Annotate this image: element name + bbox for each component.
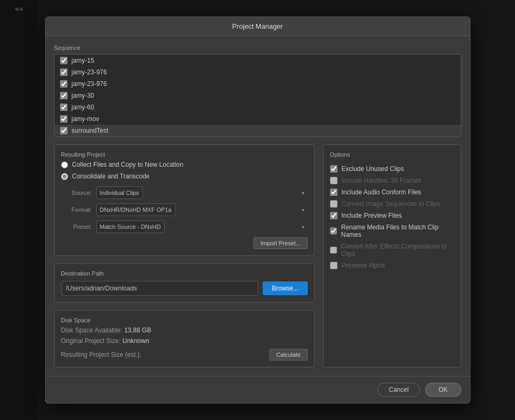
consolidate-radio[interactable] (61, 173, 68, 180)
preset-select[interactable]: Match Source - DNxHD (96, 220, 165, 233)
sequence-list[interactable]: jamy-15jamy-23-976jamy-23-976jamy-30jamy… (54, 54, 461, 137)
disk-original-label: Original Project Size: (61, 337, 121, 345)
destination-section: Destination Path Browse... (54, 263, 315, 303)
option-item: Preserve Alpha (330, 260, 454, 271)
option-label: Convert Image Sequences to Clips (342, 200, 440, 208)
source-select[interactable]: Individual Clips (96, 186, 143, 199)
sequence-name: jamy-30 (72, 92, 95, 99)
option-item[interactable]: Include Preview Files (330, 210, 454, 221)
main-content: Resulting Project Collect Files and Copy… (54, 144, 461, 367)
sequence-checkbox[interactable] (60, 57, 67, 64)
sequence-checkbox[interactable] (60, 104, 67, 111)
option-label: Include Preview Files (342, 212, 402, 219)
collect-radio-item[interactable]: Collect Files and Copy to New Location (61, 161, 308, 168)
dialog-body: Sequence jamy-15jamy-23-976jamy-23-976ja… (46, 36, 470, 376)
format-label: Format: (61, 207, 92, 213)
sequence-checkbox[interactable] (60, 92, 67, 99)
option-item: Include Handles: 30 Frames (330, 175, 454, 186)
option-item[interactable]: Rename Media Files to Match Clip Names (330, 221, 454, 241)
import-preset-area: Import Preset... (61, 237, 308, 249)
option-checkbox[interactable] (330, 188, 337, 196)
dialog-title: Project Manager (46, 17, 470, 36)
option-checkbox[interactable] (330, 227, 337, 235)
sequence-name: jamy-mov (72, 115, 99, 123)
option-label: Rename Media Files to Match Clip Names (341, 224, 454, 238)
disk-original-row: Original Project Size: Unknown (61, 337, 308, 345)
option-label: Convert After Effects Compositions to Cl… (341, 243, 454, 258)
project-manager-dialog: Project Manager Sequence jamy-15jamy-23-… (45, 16, 470, 404)
disk-available-label: Disk Space Available: (61, 327, 122, 334)
option-checkbox (330, 200, 337, 208)
sequence-name: jamy-15 (72, 57, 95, 64)
sequence-section: Sequence jamy-15jamy-23-976jamy-23-976ja… (54, 45, 461, 137)
option-label: Exclude Unused Clips (342, 165, 404, 173)
sequence-checkbox[interactable] (60, 115, 67, 123)
preset-row: Preset: Match Source - DNxHD (61, 220, 308, 233)
sequence-item[interactable]: jamy-60 (55, 101, 461, 113)
disk-available-value: 13,88 GB (124, 327, 151, 334)
sequence-item[interactable]: surroundTest (55, 125, 461, 136)
sequence-item[interactable]: jamy-23-976 (55, 66, 461, 78)
import-preset-button[interactable]: Import Preset... (254, 237, 307, 249)
disk-available-row: Disk Space Available: 13,88 GB (61, 327, 308, 334)
option-checkbox[interactable] (330, 212, 337, 219)
calculate-button[interactable]: Calculate (269, 349, 308, 361)
option-label: Include Audio Conform Files (342, 188, 421, 196)
format-row: Format: DNxHR/DNxHD MXF OP1a (61, 203, 308, 216)
right-column: Options Exclude Unused ClipsInclude Hand… (323, 144, 461, 367)
options-list: Exclude Unused ClipsInclude Handles: 30 … (330, 163, 454, 271)
format-select-wrapper: DNxHR/DNxHD MXF OP1a (96, 203, 308, 216)
dialog-footer: Cancel OK (46, 376, 470, 403)
sequence-label: Sequence (54, 45, 461, 51)
option-checkbox (330, 246, 337, 254)
destination-label: Destination Path (61, 270, 308, 277)
sequence-item[interactable]: jamy-23-976 (55, 78, 461, 90)
sequence-checkbox[interactable] (60, 80, 67, 88)
preset-label: Preset: (61, 224, 92, 230)
disk-calc-row: Resulting Project Size (est.): Calculate (61, 349, 308, 361)
project-radio-group: Collect Files and Copy to New Location C… (61, 161, 308, 180)
source-label: Source: (61, 190, 92, 196)
option-checkbox (330, 177, 337, 184)
destination-path-input[interactable] (61, 281, 259, 296)
browse-button[interactable]: Browse... (263, 281, 307, 295)
sequence-checkbox[interactable] (60, 127, 67, 134)
option-checkbox[interactable] (330, 165, 337, 173)
options-section: Options Exclude Unused ClipsInclude Hand… (323, 144, 461, 367)
source-row: Source: Individual Clips (61, 186, 308, 199)
sequence-name: jamy-23-976 (72, 80, 107, 88)
sequence-item[interactable]: jamy-30 (55, 90, 461, 101)
disk-resulting-label: Resulting Project Size (est.): (61, 351, 141, 358)
option-checkbox (330, 262, 337, 269)
modal-overlay: Project Manager Sequence jamy-15jamy-23-… (0, 0, 515, 420)
resulting-project-section: Resulting Project Collect Files and Copy… (54, 144, 315, 256)
option-item: Convert Image Sequences to Clips (330, 198, 454, 210)
collect-radio[interactable] (61, 161, 68, 168)
resulting-project-label: Resulting Project (61, 151, 308, 158)
cancel-button[interactable]: Cancel (377, 383, 420, 397)
option-item: Convert After Effects Compositions to Cl… (330, 241, 454, 260)
preset-select-wrapper: Match Source - DNxHD (96, 220, 308, 233)
disk-original-value: Unknown (123, 337, 149, 345)
sequence-item[interactable]: jamy-mov (55, 113, 461, 125)
ok-button[interactable]: OK (425, 383, 461, 397)
left-column: Resulting Project Collect Files and Copy… (54, 144, 315, 367)
sequence-name: surroundTest (72, 127, 108, 134)
option-label: Include Handles: 30 Frames (342, 177, 421, 184)
option-label: Preserve Alpha (342, 262, 385, 269)
sequence-name: jamy-23-976 (72, 68, 107, 76)
disk-space-section: Disk Space Disk Space Available: 13,88 G… (54, 310, 315, 367)
path-row: Browse... (61, 281, 308, 296)
option-item[interactable]: Include Audio Conform Files (330, 186, 454, 198)
sequence-checkbox[interactable] (60, 68, 67, 76)
format-select[interactable]: DNxHR/DNxHD MXF OP1a (96, 203, 176, 216)
disk-space-label: Disk Space (61, 317, 308, 323)
option-item[interactable]: Exclude Unused Clips (330, 163, 454, 175)
consolidate-radio-item[interactable]: Consolidate and Transcode (61, 173, 308, 180)
source-select-wrapper: Individual Clips (96, 186, 308, 199)
options-label: Options (330, 151, 454, 158)
sequence-name: jamy-60 (72, 104, 95, 111)
sequence-item[interactable]: jamy-15 (55, 55, 461, 66)
